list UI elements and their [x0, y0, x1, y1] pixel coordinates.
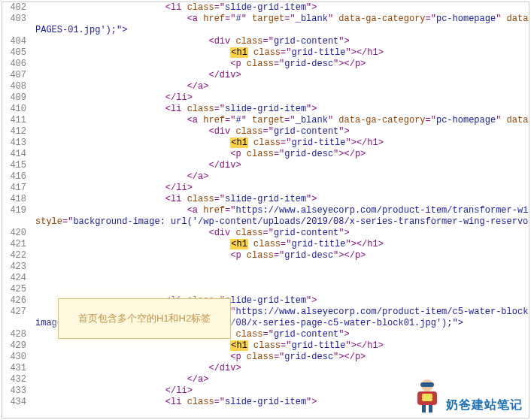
code-line[interactable]: style="background-image: url('/wp-conten… [35, 216, 529, 228]
line-number: 430 [2, 352, 26, 363]
line-number: 433 [2, 385, 26, 397]
line-number-gutter: 4024034044054064074084094104114124134144… [2, 2, 31, 408]
line-number [2, 216, 26, 228]
line-number: 416 [2, 171, 26, 183]
annotation-text: 首页包含多个空的H1和H2标签 [78, 312, 211, 325]
code-line[interactable]: </li> [35, 92, 529, 104]
line-number: 421 [2, 239, 26, 250]
code-line[interactable]: </li> [35, 385, 529, 397]
code-line[interactable]: <div class="grid-content"> [35, 126, 529, 137]
line-number: 423 [2, 261, 26, 273]
line-number: 408 [2, 81, 26, 92]
line-number: 428 [2, 329, 26, 340]
code-line[interactable]: <p class="grid-desc"></p> [35, 59, 529, 70]
line-number: 407 [2, 70, 26, 81]
line-number: 405 [2, 47, 26, 59]
code-line[interactable]: PAGES-01.jpg');"> [35, 25, 529, 36]
code-line[interactable]: <li class="slide-grid-item"> [35, 104, 529, 115]
code-line[interactable]: <h1 class="grid-title"></h1> [35, 340, 529, 352]
line-number: 413 [2, 137, 26, 149]
highlight-h1-tag: <h1 [230, 340, 248, 351]
line-number: 417 [2, 183, 26, 194]
code-line[interactable] [35, 273, 529, 284]
line-number [2, 318, 26, 329]
code-line[interactable]: <h1 class="grid-title"></h1> [35, 239, 529, 250]
code-line[interactable]: </a> [35, 374, 529, 385]
code-line[interactable]: <div class="grid-content"> [35, 36, 529, 47]
code-line[interactable]: <a href="#" target="_blank" data-ga-cate… [35, 14, 529, 25]
highlight-h1-tag: <h1 [230, 47, 248, 58]
line-number: 431 [2, 363, 26, 374]
line-number: 425 [2, 284, 26, 295]
code-line[interactable]: </li> [35, 183, 529, 194]
code-line[interactable]: </a> [35, 171, 529, 183]
line-number: 429 [2, 340, 26, 352]
code-line[interactable]: <a href="#" target="_blank" data-ga-cate… [35, 115, 529, 126]
code-line[interactable] [35, 284, 529, 295]
line-number: 406 [2, 59, 26, 70]
code-area[interactable]: <li class="slide-grid-item"> <a href="#"… [35, 2, 529, 418]
code-editor[interactable]: 4024034044054064074084094104114124134144… [2, 2, 529, 418]
code-line[interactable]: </div> [35, 70, 529, 81]
line-number: 404 [2, 36, 26, 47]
line-number: 426 [2, 295, 26, 307]
code-line[interactable]: </a> [35, 81, 529, 92]
highlight-h1-tag: <h1 [230, 137, 248, 148]
line-number: 403 [2, 14, 26, 25]
code-line[interactable]: <p class="grid-desc"></p> [35, 149, 529, 160]
line-number: 427 [2, 307, 26, 318]
code-line[interactable]: <li class="slide-grid-item"> [35, 194, 529, 205]
code-line[interactable]: </div> [35, 363, 529, 374]
code-line[interactable]: <a href="https://www.alseyecorp.com/prod… [35, 205, 529, 216]
code-line[interactable] [35, 261, 529, 273]
line-number: 418 [2, 194, 26, 205]
code-line[interactable]: <p class="grid-desc"></p> [35, 250, 529, 261]
code-line[interactable]: </div> [35, 160, 529, 171]
annotation-callout: 首页包含多个空的H1和H2标签 [58, 298, 231, 339]
line-number [2, 25, 26, 36]
line-number: 411 [2, 115, 26, 126]
highlight-h1-tag: <h1 [230, 239, 248, 249]
line-number: 434 [2, 397, 26, 408]
line-number: 414 [2, 149, 26, 160]
code-line[interactable]: <h1 class="grid-title"></h1> [35, 137, 529, 149]
line-number: 412 [2, 126, 26, 137]
line-number: 432 [2, 374, 26, 385]
code-line[interactable]: <li class="slide-grid-item"> [35, 2, 529, 14]
line-number: 410 [2, 104, 26, 115]
line-number: 424 [2, 273, 26, 284]
line-number: 415 [2, 160, 26, 171]
code-line[interactable]: <p class="grid-desc"></p> [35, 352, 529, 363]
line-number: 420 [2, 228, 26, 239]
line-number: 402 [2, 2, 26, 14]
line-number: 409 [2, 92, 26, 104]
code-line[interactable]: <div class="grid-content"> [35, 228, 529, 239]
code-line[interactable]: <li class="slide-grid-item"> [35, 397, 529, 408]
line-number: 422 [2, 250, 26, 261]
code-line[interactable]: <h1 class="grid-title"></h1> [35, 47, 529, 59]
line-number: 419 [2, 205, 26, 216]
